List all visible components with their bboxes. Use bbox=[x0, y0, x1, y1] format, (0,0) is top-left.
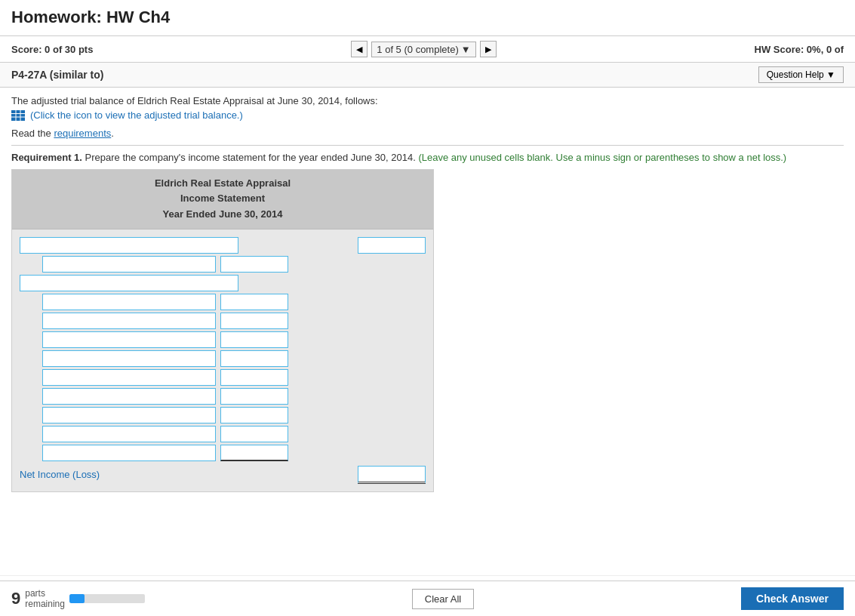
amount-input-total[interactable] bbox=[220, 445, 288, 461]
row-3 bbox=[20, 275, 426, 291]
question-bar: P4-27A (similar to) Question Help ▼ bbox=[0, 63, 855, 88]
amount-input-11[interactable] bbox=[220, 426, 288, 442]
row-1 bbox=[20, 237, 426, 254]
row-8 bbox=[42, 369, 426, 386]
dropdown-arrow-icon: ▼ bbox=[461, 44, 471, 55]
company-name: Eldrich Real Estate Appraisal bbox=[20, 176, 426, 192]
read-requirements: Read the requirements. bbox=[11, 128, 844, 139]
prev-button[interactable]: ◀ bbox=[351, 41, 368, 57]
statement-body: Net Income (Loss) bbox=[12, 229, 433, 491]
net-income-input[interactable] bbox=[358, 466, 426, 484]
question-id: P4-27A (similar to) bbox=[11, 69, 103, 81]
progress-bar bbox=[69, 594, 145, 599]
amount-input-9[interactable] bbox=[220, 388, 288, 405]
bottom-bar: 9 parts remaining Clear All Check Answer bbox=[0, 581, 855, 599]
help-arrow-icon: ▼ bbox=[826, 69, 835, 80]
requirement-label: Requirement 1. Prepare the company's inc… bbox=[11, 152, 844, 163]
row-7 bbox=[42, 350, 426, 367]
row-10 bbox=[42, 407, 426, 424]
statement-period: Year Ended June 30, 2014 bbox=[20, 207, 426, 223]
label-input-2[interactable] bbox=[42, 256, 216, 273]
label-input-8[interactable] bbox=[42, 369, 216, 386]
label-input-total[interactable] bbox=[42, 445, 216, 461]
score-bar: Score: 0 of 30 pts ◀ 1 of 5 (0 complete)… bbox=[0, 36, 855, 63]
amount-input-4[interactable] bbox=[220, 294, 288, 310]
progress-dropdown[interactable]: 1 of 5 (0 complete) ▼ bbox=[371, 42, 475, 57]
amount-input-7[interactable] bbox=[220, 350, 288, 367]
score-display: Score: 0 of 30 pts bbox=[11, 44, 93, 55]
parts-remaining: 9 parts remaining bbox=[11, 588, 145, 599]
amount-input-5[interactable] bbox=[220, 313, 288, 329]
statement-type: Income Statement bbox=[20, 191, 426, 207]
net-income-label: Net Income (Loss) bbox=[20, 469, 100, 480]
row-2 bbox=[42, 256, 426, 273]
label-input-5[interactable] bbox=[42, 313, 216, 329]
label-input-3[interactable] bbox=[20, 275, 238, 291]
page-header: Homework: HW Ch4 bbox=[0, 0, 855, 36]
trial-balance-link[interactable]: (Click the icon to view the adjusted tri… bbox=[11, 109, 243, 121]
row-11 bbox=[42, 426, 426, 442]
statement-header: Eldrich Real Estate Appraisal Income Sta… bbox=[12, 170, 433, 229]
page-title: Homework: HW Ch4 bbox=[11, 8, 844, 27]
row-6 bbox=[42, 331, 426, 348]
amount-input-1[interactable] bbox=[358, 237, 426, 254]
row-total-expenses bbox=[42, 445, 426, 461]
next-button[interactable]: ▶ bbox=[480, 41, 497, 57]
row-9 bbox=[42, 388, 426, 405]
label-input-1[interactable] bbox=[20, 237, 238, 254]
label-input-10[interactable] bbox=[42, 407, 216, 424]
label-input-9[interactable] bbox=[42, 388, 216, 405]
net-income-row: Net Income (Loss) bbox=[20, 466, 426, 484]
label-input-4[interactable] bbox=[42, 294, 216, 310]
parts-number: 9 bbox=[11, 589, 20, 599]
hw-score: HW Score: 0%, 0 of bbox=[755, 44, 844, 55]
nav-controls: ◀ 1 of 5 (0 complete) ▼ ▶ bbox=[351, 41, 496, 57]
grid-icon bbox=[11, 110, 25, 121]
requirements-link[interactable]: requirements bbox=[54, 128, 111, 139]
divider bbox=[11, 145, 844, 146]
label-input-6[interactable] bbox=[42, 331, 216, 348]
amount-input-2[interactable] bbox=[220, 256, 288, 273]
amount-input-8[interactable] bbox=[220, 369, 288, 386]
question-help-button[interactable]: Question Help ▼ bbox=[758, 66, 844, 83]
label-input-11[interactable] bbox=[42, 426, 216, 442]
check-answer-button[interactable]: Check Answer bbox=[741, 587, 844, 599]
label-input-7[interactable] bbox=[42, 350, 216, 367]
intro-text: The adjusted trial balance of Eldrich Re… bbox=[11, 95, 844, 106]
amount-input-10[interactable] bbox=[220, 407, 288, 424]
amount-input-6[interactable] bbox=[220, 331, 288, 348]
progress-fill bbox=[69, 594, 85, 599]
clear-all-button[interactable]: Clear All bbox=[412, 589, 474, 599]
row-5 bbox=[42, 313, 426, 329]
svg-rect-0 bbox=[11, 110, 25, 121]
row-4 bbox=[42, 294, 426, 310]
income-statement: Eldrich Real Estate Appraisal Income Sta… bbox=[11, 169, 434, 492]
content-area: The adjusted trial balance of Eldrich Re… bbox=[0, 88, 855, 560]
